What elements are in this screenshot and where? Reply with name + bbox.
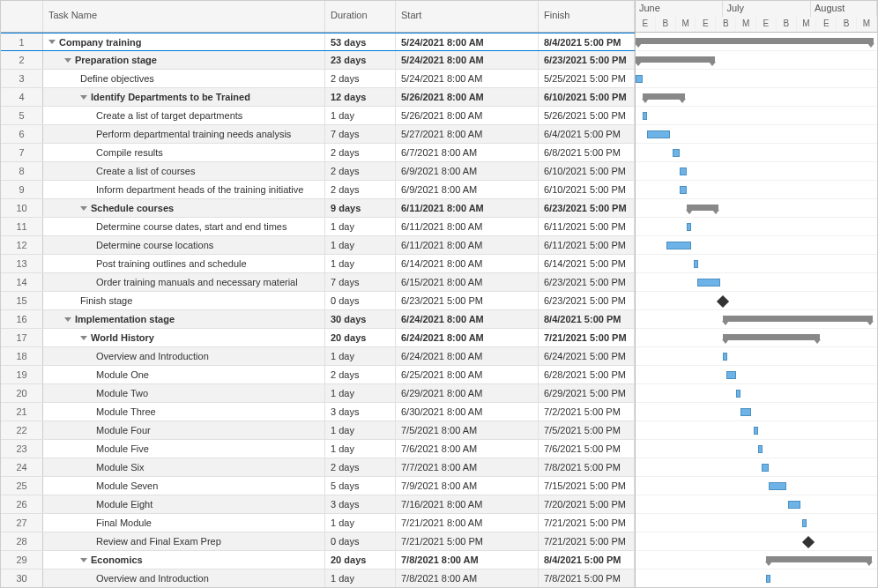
task-name-cell[interactable]: Schedule courses [43,199,325,217]
summary-bar[interactable] [687,205,718,211]
task-name-cell[interactable]: Module Four [43,421,325,439]
gantt-row[interactable] [636,384,877,403]
duration-cell[interactable]: 3 days [325,495,396,513]
finish-cell[interactable]: 6/4/2021 5:00 PM [539,125,635,143]
task-bar[interactable] [647,130,670,138]
start-cell[interactable]: 7/9/2021 8:00 AM [396,477,539,495]
task-name-cell[interactable]: Overview and Introduction [43,347,325,365]
duration-cell[interactable]: 1 day [325,347,396,365]
task-name-cell[interactable]: Review and Final Exam Prep [43,532,325,550]
task-bar[interactable] [723,353,727,361]
gantt-row[interactable] [636,458,877,477]
row-number[interactable]: 25 [1,477,43,495]
row-number[interactable]: 13 [1,255,43,272]
row-number[interactable]: 15 [1,292,43,309]
task-bar[interactable] [666,242,691,249]
duration-cell[interactable]: 3 days [325,403,396,421]
duration-cell[interactable]: 5 days [325,477,396,495]
gantt-row[interactable] [636,218,877,236]
row-number[interactable]: 7 [1,144,43,161]
row-number[interactable]: 26 [1,495,43,513]
finish-cell[interactable]: 6/11/2021 5:00 PM [539,218,635,235]
table-row[interactable]: 22Module Four1 day7/5/2021 8:00 AM7/5/20… [1,421,635,440]
task-name-cell[interactable]: Determine course dates, start and end ti… [43,218,325,235]
task-name-cell[interactable]: Implementation stage [43,310,325,328]
chevron-down-icon[interactable] [80,558,87,562]
task-name-cell[interactable]: Overview and Introduction [43,569,325,587]
row-number[interactable]: 12 [1,236,43,254]
table-row[interactable]: 15Finish stage0 days6/23/2021 5:00 PM6/2… [1,292,635,310]
gantt-row[interactable] [636,292,877,310]
start-cell[interactable]: 5/24/2021 8:00 AM [396,70,539,87]
task-bar[interactable] [736,390,740,398]
row-number[interactable]: 11 [1,218,43,235]
task-bar[interactable] [726,371,736,379]
task-name-cell[interactable]: Module Six [43,458,325,476]
task-name-cell[interactable]: Post training outlines and schedule [43,255,325,272]
task-name-cell[interactable]: Final Module [43,514,325,532]
table-row[interactable]: 8Create a list of courses2 days6/9/2021 … [1,162,635,181]
finish-cell[interactable]: 8/4/2021 5:00 PM [539,551,635,569]
task-name-cell[interactable]: Module Two [43,384,325,402]
gantt-row[interactable] [636,51,877,70]
table-row[interactable]: 17World History20 days6/24/2021 8:00 AM7… [1,329,635,347]
finish-cell[interactable]: 6/29/2021 5:00 PM [539,384,635,402]
duration-cell[interactable]: 0 days [325,292,396,309]
start-cell[interactable]: 7/7/2021 8:00 AM [396,458,539,476]
table-row[interactable]: 28Review and Final Exam Prep0 days7/21/2… [1,532,635,551]
header-duration[interactable]: Duration [325,1,396,32]
start-cell[interactable]: 6/15/2021 8:00 AM [396,273,539,291]
start-cell[interactable]: 6/11/2021 8:00 AM [396,236,539,254]
gantt-row[interactable] [636,477,877,495]
finish-cell[interactable]: 7/6/2021 5:00 PM [539,440,635,458]
gantt-row[interactable] [636,310,877,329]
gantt-row[interactable] [636,199,877,218]
duration-cell[interactable]: 2 days [325,181,396,198]
start-cell[interactable]: 5/26/2021 8:00 AM [396,107,539,124]
task-bar[interactable] [680,186,687,194]
row-number[interactable]: 28 [1,532,43,550]
start-cell[interactable]: 5/27/2021 8:00 AM [396,125,539,143]
task-name-cell[interactable]: Define objectives [43,70,325,87]
gantt-row[interactable] [636,532,877,551]
gantt-row[interactable] [636,403,877,421]
duration-cell[interactable]: 1 day [325,514,396,532]
row-number[interactable]: 4 [1,88,43,106]
finish-cell[interactable]: 7/20/2021 5:00 PM [539,495,635,513]
finish-cell[interactable]: 6/10/2021 5:00 PM [539,181,635,198]
duration-cell[interactable]: 1 day [325,421,396,439]
row-number[interactable]: 23 [1,440,43,458]
task-name-cell[interactable]: Module Seven [43,477,325,495]
finish-cell[interactable]: 6/8/2021 5:00 PM [539,144,635,161]
task-name-cell[interactable]: Create a list of courses [43,162,325,180]
row-number[interactable]: 14 [1,273,43,291]
table-row[interactable]: 6Perform departmental training needs ana… [1,125,635,144]
duration-cell[interactable]: 2 days [325,162,396,180]
finish-cell[interactable]: 6/11/2021 5:00 PM [539,236,635,254]
gantt-row[interactable] [636,347,877,366]
table-row[interactable]: 13Post training outlines and schedule1 d… [1,255,635,273]
finish-cell[interactable]: 6/28/2021 5:00 PM [539,366,635,383]
finish-cell[interactable]: 6/10/2021 5:00 PM [539,162,635,180]
start-cell[interactable]: 7/21/2021 5:00 PM [396,532,539,550]
table-row[interactable]: 4Identify Departments to be Trained12 da… [1,88,635,107]
task-name-cell[interactable]: Preparation stage [43,51,325,69]
duration-cell[interactable]: 23 days [325,51,396,69]
finish-cell[interactable]: 7/21/2021 5:00 PM [539,329,635,346]
summary-bar[interactable] [766,556,872,562]
task-bar[interactable] [802,519,807,527]
start-cell[interactable]: 6/11/2021 8:00 AM [396,199,539,217]
task-name-cell[interactable]: Identify Departments to be Trained [43,88,325,106]
gantt-row[interactable] [636,144,877,162]
task-bar[interactable] [687,223,691,231]
duration-cell[interactable]: 1 day [325,384,396,402]
duration-cell[interactable]: 7 days [325,273,396,291]
chevron-down-icon[interactable] [80,336,87,340]
row-number[interactable]: 19 [1,366,43,383]
duration-cell[interactable]: 1 day [325,236,396,254]
row-number[interactable]: 21 [1,403,43,421]
task-name-cell[interactable]: Order training manuals and necessary mat… [43,273,325,291]
task-name-cell[interactable]: Perform departmental training needs anal… [43,125,325,143]
row-number[interactable]: 5 [1,107,43,124]
start-cell[interactable]: 7/6/2021 8:00 AM [396,440,539,458]
